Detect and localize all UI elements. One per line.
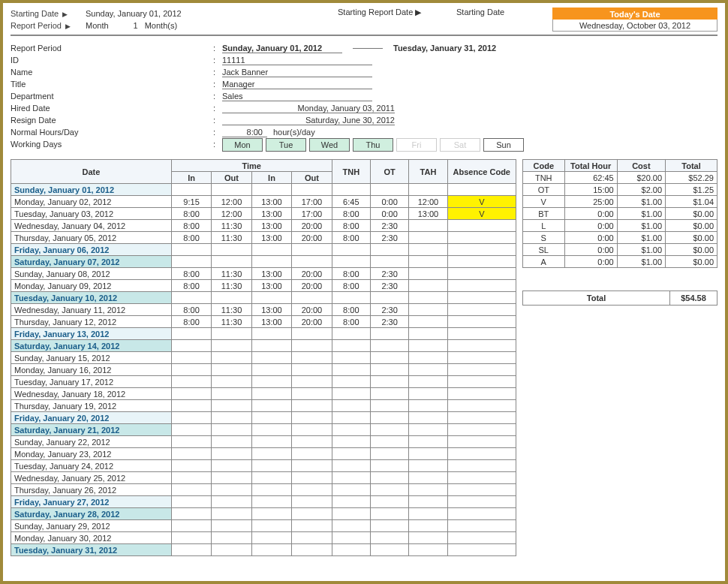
in-cell[interactable] xyxy=(171,532,211,544)
out-cell[interactable] xyxy=(292,496,332,508)
in-cell[interactable]: 8:00 xyxy=(171,316,211,328)
ot-cell[interactable] xyxy=(370,520,408,532)
tah-cell[interactable] xyxy=(409,436,447,448)
in-cell[interactable]: 8:00 xyxy=(171,304,211,316)
tnh-cell[interactable] xyxy=(332,328,370,340)
day-tue[interactable]: Tue xyxy=(266,138,306,152)
tnh-cell[interactable] xyxy=(332,436,370,448)
in-cell[interactable] xyxy=(251,436,291,448)
tah-cell[interactable] xyxy=(409,520,447,532)
in-cell[interactable] xyxy=(171,352,211,364)
out-cell[interactable]: 11:30 xyxy=(212,304,251,316)
in-cell[interactable] xyxy=(251,244,291,256)
in-cell[interactable]: 13:00 xyxy=(251,232,291,244)
out-cell[interactable] xyxy=(212,328,251,340)
ot-cell[interactable] xyxy=(370,460,408,472)
out-cell[interactable] xyxy=(212,400,251,412)
tnh-cell[interactable] xyxy=(332,472,370,484)
in-cell[interactable] xyxy=(171,436,211,448)
in-cell[interactable] xyxy=(171,400,211,412)
out-cell[interactable]: 20:00 xyxy=(292,304,332,316)
in-cell[interactable] xyxy=(171,184,211,196)
tah-cell[interactable] xyxy=(409,220,447,232)
tah-cell[interactable] xyxy=(409,364,447,376)
out-cell[interactable] xyxy=(212,460,251,472)
in-cell[interactable]: 8:00 xyxy=(171,280,211,292)
out-cell[interactable] xyxy=(292,508,332,520)
ot-cell[interactable] xyxy=(370,340,408,352)
in-cell[interactable] xyxy=(251,328,291,340)
in-cell[interactable] xyxy=(171,364,211,376)
in-cell[interactable] xyxy=(171,460,211,472)
day-mon[interactable]: Mon xyxy=(222,138,263,152)
in-cell[interactable] xyxy=(171,292,211,304)
in-cell[interactable] xyxy=(251,340,291,352)
absence-code-cell[interactable] xyxy=(447,436,516,448)
ot-cell[interactable] xyxy=(370,376,408,388)
absence-code-cell[interactable] xyxy=(447,244,516,256)
out-cell[interactable] xyxy=(212,292,251,304)
ot-cell[interactable] xyxy=(370,328,408,340)
in-cell[interactable] xyxy=(171,424,211,436)
in-cell[interactable] xyxy=(251,256,291,268)
out-cell[interactable] xyxy=(212,424,251,436)
tnh-cell[interactable] xyxy=(332,544,370,556)
day-thu[interactable]: Thu xyxy=(353,138,393,152)
absence-code-cell[interactable] xyxy=(447,532,516,544)
tah-cell[interactable] xyxy=(409,448,447,460)
ot-cell[interactable] xyxy=(370,448,408,460)
tnh-cell[interactable]: 8:00 xyxy=(332,208,370,220)
day-sat[interactable]: Sat xyxy=(440,138,480,152)
in-cell[interactable]: 9:15 xyxy=(171,196,211,208)
absence-code-cell[interactable] xyxy=(447,412,516,424)
tnh-cell[interactable] xyxy=(332,184,370,196)
tah-cell[interactable] xyxy=(409,328,447,340)
out-cell[interactable]: 12:00 xyxy=(212,208,251,220)
in-cell[interactable]: 8:00 xyxy=(171,220,211,232)
absence-code-cell[interactable]: V xyxy=(447,208,516,220)
tah-cell[interactable] xyxy=(409,496,447,508)
absence-code-cell[interactable] xyxy=(447,484,516,496)
in-cell[interactable] xyxy=(171,508,211,520)
tnh-cell[interactable] xyxy=(332,412,370,424)
tah-cell[interactable] xyxy=(409,184,447,196)
in-cell[interactable]: 13:00 xyxy=(251,304,291,316)
absence-code-cell[interactable] xyxy=(447,400,516,412)
tnh-cell[interactable] xyxy=(332,340,370,352)
in-cell[interactable] xyxy=(171,328,211,340)
in-cell[interactable] xyxy=(251,424,291,436)
ot-cell[interactable]: 2:30 xyxy=(370,304,408,316)
ot-cell[interactable] xyxy=(370,388,408,400)
tnh-cell[interactable] xyxy=(332,496,370,508)
in-cell[interactable] xyxy=(251,364,291,376)
in-cell[interactable] xyxy=(251,412,291,424)
tnh-cell[interactable]: 8:00 xyxy=(332,232,370,244)
absence-code-cell[interactable] xyxy=(447,472,516,484)
tnh-cell[interactable] xyxy=(332,400,370,412)
tnh-cell[interactable] xyxy=(332,376,370,388)
in-cell[interactable] xyxy=(251,520,291,532)
out-cell[interactable] xyxy=(292,484,332,496)
out-cell[interactable]: 11:30 xyxy=(212,232,251,244)
in-cell[interactable] xyxy=(251,532,291,544)
tnh-cell[interactable] xyxy=(332,256,370,268)
absence-code-cell[interactable] xyxy=(447,220,516,232)
ot-cell[interactable] xyxy=(370,532,408,544)
in-cell[interactable] xyxy=(251,484,291,496)
ot-cell[interactable] xyxy=(370,412,408,424)
tah-cell[interactable]: 13:00 xyxy=(409,208,447,220)
out-cell[interactable] xyxy=(292,544,332,556)
in-cell[interactable] xyxy=(251,448,291,460)
tnh-cell[interactable] xyxy=(332,448,370,460)
absence-code-cell[interactable] xyxy=(447,376,516,388)
ot-cell[interactable]: 2:30 xyxy=(370,220,408,232)
day-fri[interactable]: Fri xyxy=(396,138,437,152)
ot-cell[interactable] xyxy=(370,508,408,520)
meta-department-value[interactable]: Sales xyxy=(222,92,372,101)
tnh-cell[interactable]: 8:00 xyxy=(332,220,370,232)
out-cell[interactable]: 20:00 xyxy=(292,316,332,328)
in-cell[interactable] xyxy=(251,400,291,412)
absence-code-cell[interactable] xyxy=(447,388,516,400)
in-cell[interactable] xyxy=(171,448,211,460)
in-cell[interactable] xyxy=(251,388,291,400)
